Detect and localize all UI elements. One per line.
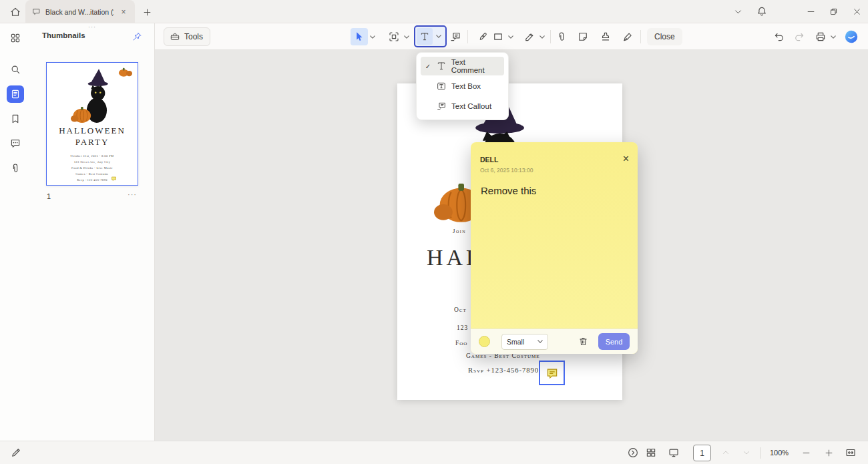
zoom-out-button[interactable] bbox=[797, 444, 815, 461]
toolbox-icon bbox=[170, 31, 180, 42]
search-panel-button[interactable] bbox=[7, 61, 24, 78]
select-tool-dropdown[interactable] bbox=[369, 28, 377, 45]
collapse-toolbar-button[interactable] bbox=[729, 3, 746, 20]
home-button[interactable] bbox=[6, 3, 25, 21]
chevron-down-icon bbox=[733, 7, 743, 17]
stamp-tool[interactable] bbox=[597, 28, 614, 45]
selected-comment-annotation[interactable] bbox=[539, 361, 565, 385]
shape-tool-dropdown[interactable] bbox=[507, 28, 515, 45]
page-thumbnail[interactable]: HALLOWEEN PARTY October 31st, 2025 - 8:0… bbox=[46, 62, 138, 186]
note-content[interactable]: Remove this bbox=[481, 185, 630, 196]
text-tool-menu: ✓ Text Comment Text Box Text Callout bbox=[416, 52, 509, 120]
bell-icon bbox=[756, 5, 768, 17]
thumbnails-panel-button[interactable] bbox=[7, 85, 24, 103]
new-tab-button[interactable] bbox=[140, 5, 154, 19]
presentation-mode-button[interactable] bbox=[665, 444, 682, 461]
window-close-button[interactable] bbox=[847, 0, 867, 23]
text-box-menu-icon bbox=[436, 81, 447, 91]
text-comment-tool-dropdown[interactable] bbox=[433, 28, 445, 45]
monitor-icon bbox=[668, 447, 680, 459]
snapshot-tool-dropdown[interactable] bbox=[403, 28, 411, 45]
sticky-note-popup: DELL Oct 6, 2025 10:13:00 × Remove this … bbox=[471, 142, 638, 354]
text-callout-menu-icon bbox=[436, 101, 447, 111]
note-timestamp: Oct 6, 2025 10:13:00 bbox=[480, 167, 533, 174]
toolbar-divider bbox=[467, 30, 468, 43]
note-delete-button[interactable] bbox=[576, 335, 590, 349]
paperclip-icon bbox=[9, 162, 21, 174]
thumbnail-title-line1: HALLOWEEN bbox=[47, 126, 138, 136]
pdf-editor-app: { "titlebar": { "tab_title": "Black and … bbox=[0, 0, 868, 464]
document-tab[interactable]: Black and W...itation (1) × bbox=[25, 0, 135, 23]
sticker-tool[interactable] bbox=[574, 28, 592, 45]
window-restore-button[interactable] bbox=[823, 0, 843, 23]
halloween-cat-artwork bbox=[71, 65, 112, 125]
snapshot-icon bbox=[388, 31, 400, 43]
undo-button[interactable] bbox=[771, 28, 788, 45]
page-grid-view-button[interactable] bbox=[642, 444, 660, 461]
stamp-icon bbox=[600, 31, 612, 43]
menu-item-text-callout[interactable]: Text Callout bbox=[421, 97, 504, 115]
shape-tool[interactable] bbox=[489, 28, 507, 45]
undo-icon bbox=[773, 31, 785, 43]
expand-statusbar-button[interactable] bbox=[624, 444, 642, 461]
note-close-icon[interactable]: × bbox=[623, 154, 629, 164]
pin-panel-button[interactable] bbox=[130, 29, 144, 44]
highlighter-tool[interactable] bbox=[521, 28, 538, 45]
signature-tool[interactable] bbox=[620, 28, 637, 45]
zoom-level[interactable]: 100% bbox=[766, 449, 793, 457]
ai-orb-icon bbox=[844, 29, 859, 44]
highlighter-tool-dropdown[interactable] bbox=[538, 28, 546, 45]
tools-button[interactable]: Tools bbox=[164, 27, 210, 46]
bookmark-icon bbox=[9, 113, 21, 125]
next-page-button[interactable] bbox=[738, 444, 755, 461]
menu-item-text-comment[interactable]: ✓ Text Comment bbox=[421, 57, 504, 75]
menu-item-text-box[interactable]: Text Box bbox=[421, 77, 504, 95]
snapshot-tool[interactable] bbox=[385, 28, 403, 45]
invitation-address-line: 123 bbox=[457, 324, 468, 331]
ink-signature-button[interactable] bbox=[7, 444, 25, 461]
tab-close-icon[interactable]: × bbox=[119, 7, 128, 17]
close-tools-button[interactable]: Close bbox=[647, 28, 682, 45]
thumbnail-page-number: 1 bbox=[47, 192, 51, 200]
text-comment-menu-icon bbox=[436, 61, 447, 71]
invitation-rsvp-line: Rsvp +123-456-7890 bbox=[468, 367, 539, 374]
bookmarks-panel-button[interactable] bbox=[7, 110, 24, 128]
text-comment-tool[interactable] bbox=[417, 28, 433, 45]
chevron-down-icon bbox=[742, 448, 751, 457]
apps-panel-button[interactable] bbox=[7, 29, 24, 47]
window-minimize-button[interactable] bbox=[801, 0, 821, 23]
previous-page-button[interactable] bbox=[717, 444, 734, 461]
text-comment-tool-group bbox=[414, 25, 447, 47]
panel-title: Thumbnails bbox=[42, 31, 85, 39]
chevron-right-circle-icon bbox=[627, 447, 639, 459]
thumbnail-text-line: 123 Street Ave, Any City bbox=[47, 160, 138, 164]
zoom-in-button[interactable] bbox=[820, 444, 837, 461]
export-icon bbox=[815, 31, 827, 43]
close-button-label: Close bbox=[654, 32, 675, 41]
ai-assistant-button[interactable] bbox=[844, 29, 859, 44]
attachment-tool[interactable] bbox=[553, 28, 570, 45]
thumbnail-more-button[interactable]: ··· bbox=[128, 190, 137, 198]
export-button[interactable] bbox=[812, 28, 829, 45]
home-icon bbox=[9, 6, 21, 18]
text-callout-tool[interactable] bbox=[447, 28, 464, 45]
grid-view-icon bbox=[645, 447, 657, 459]
note-color-swatch[interactable] bbox=[479, 336, 490, 347]
attachments-panel-button[interactable] bbox=[7, 160, 24, 177]
plus-icon bbox=[142, 7, 152, 17]
comment-icon bbox=[9, 138, 21, 150]
note-size-value: Small bbox=[507, 338, 524, 346]
comments-panel-button[interactable] bbox=[7, 135, 24, 152]
redo-button[interactable] bbox=[791, 28, 808, 45]
note-size-select[interactable]: Small bbox=[501, 334, 548, 350]
notifications-button[interactable] bbox=[753, 3, 771, 20]
select-tool[interactable] bbox=[351, 28, 368, 45]
note-send-button[interactable]: Send bbox=[598, 333, 630, 350]
fit-width-button[interactable] bbox=[842, 444, 859, 461]
paperclip-icon bbox=[556, 31, 568, 43]
page-number-input[interactable] bbox=[693, 445, 711, 461]
export-dropdown[interactable] bbox=[829, 28, 837, 45]
chevron-up-icon bbox=[721, 448, 730, 457]
invitation-food-line: Foo bbox=[455, 340, 467, 346]
restore-icon bbox=[829, 7, 839, 17]
